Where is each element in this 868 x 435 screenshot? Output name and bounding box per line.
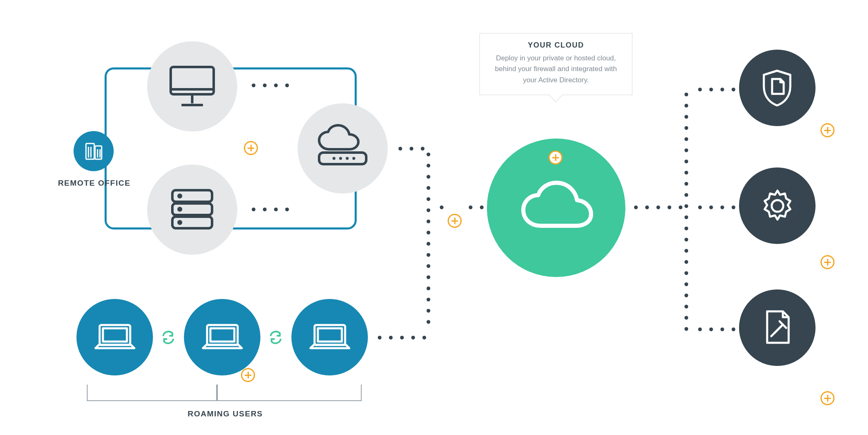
edge-cloud-node bbox=[298, 103, 388, 194]
connector-dots bbox=[465, 205, 487, 210]
plus-button-link-left[interactable] bbox=[448, 214, 462, 228]
svg-point-17 bbox=[333, 157, 336, 160]
connector-dots bbox=[694, 87, 739, 92]
laptop-icon bbox=[307, 321, 353, 354]
connector-dots bbox=[395, 146, 428, 151]
svg-point-15 bbox=[179, 221, 181, 224]
plus-button-your-cloud[interactable] bbox=[548, 151, 563, 165]
connector-dots bbox=[694, 327, 739, 332]
svg-point-14 bbox=[179, 208, 181, 210]
svg-point-20 bbox=[353, 157, 355, 160]
laptop-icon bbox=[92, 321, 138, 354]
plus-button-service-3[interactable] bbox=[820, 391, 835, 405]
plus-button-roaming[interactable] bbox=[241, 368, 255, 382]
laptop-node-1 bbox=[76, 299, 153, 375]
svg-rect-0 bbox=[86, 143, 94, 159]
svg-rect-16 bbox=[319, 153, 366, 164]
cloud-appliance-icon bbox=[312, 124, 374, 173]
connector-dots bbox=[436, 205, 447, 210]
desktop-node bbox=[147, 41, 237, 131]
connector-dots-vertical bbox=[426, 149, 431, 327]
server-node bbox=[147, 165, 237, 255]
connector-dots bbox=[248, 207, 293, 212]
sync-icon bbox=[268, 330, 284, 345]
connector-dots bbox=[630, 205, 686, 210]
server-rack-icon bbox=[167, 187, 217, 232]
plus-button-remote[interactable] bbox=[244, 141, 258, 155]
connector-dots bbox=[694, 205, 739, 210]
svg-line-24 bbox=[771, 326, 781, 336]
svg-rect-30 bbox=[318, 328, 342, 342]
bracket-right bbox=[217, 385, 362, 401]
svg-point-19 bbox=[346, 157, 349, 160]
plus-button-service-1[interactable] bbox=[820, 123, 835, 137]
gavel-document-icon bbox=[759, 307, 796, 349]
sync-icon bbox=[160, 330, 176, 345]
laptop-node-2 bbox=[184, 299, 260, 375]
architecture-diagram: REMOTE OFFICE bbox=[0, 0, 868, 435]
buildings-icon bbox=[83, 141, 104, 162]
connector-dots-vertical bbox=[684, 89, 689, 335]
svg-point-21 bbox=[772, 200, 783, 212]
tooltip-body: Deploy in your private or hosted cloud, … bbox=[490, 53, 622, 86]
remote-office-badge bbox=[74, 131, 114, 171]
shield-document-icon bbox=[760, 68, 795, 108]
bracket-left bbox=[87, 385, 217, 401]
svg-rect-1 bbox=[95, 146, 102, 159]
desktop-monitor-icon bbox=[167, 64, 217, 109]
laptop-icon bbox=[200, 321, 245, 354]
laptop-node-3 bbox=[291, 299, 368, 375]
svg-rect-28 bbox=[210, 328, 234, 342]
service-node-security bbox=[739, 50, 816, 126]
gear-icon bbox=[759, 187, 796, 225]
roaming-users-label: ROAMING USERS bbox=[163, 409, 287, 418]
cloud-icon bbox=[515, 177, 598, 239]
plus-button-service-2[interactable] bbox=[820, 255, 835, 269]
service-node-compliance bbox=[739, 289, 816, 366]
connector-dots bbox=[248, 83, 293, 88]
connector-dots bbox=[374, 335, 430, 340]
svg-rect-26 bbox=[103, 328, 127, 342]
svg-point-18 bbox=[339, 157, 342, 160]
remote-office-label: REMOTE OFFICE bbox=[53, 179, 136, 188]
your-cloud-tooltip: YOUR CLOUD Deploy in your private or hos… bbox=[479, 33, 632, 95]
tooltip-title: YOUR CLOUD bbox=[490, 41, 622, 50]
svg-point-13 bbox=[179, 195, 181, 197]
service-node-settings bbox=[739, 167, 816, 244]
